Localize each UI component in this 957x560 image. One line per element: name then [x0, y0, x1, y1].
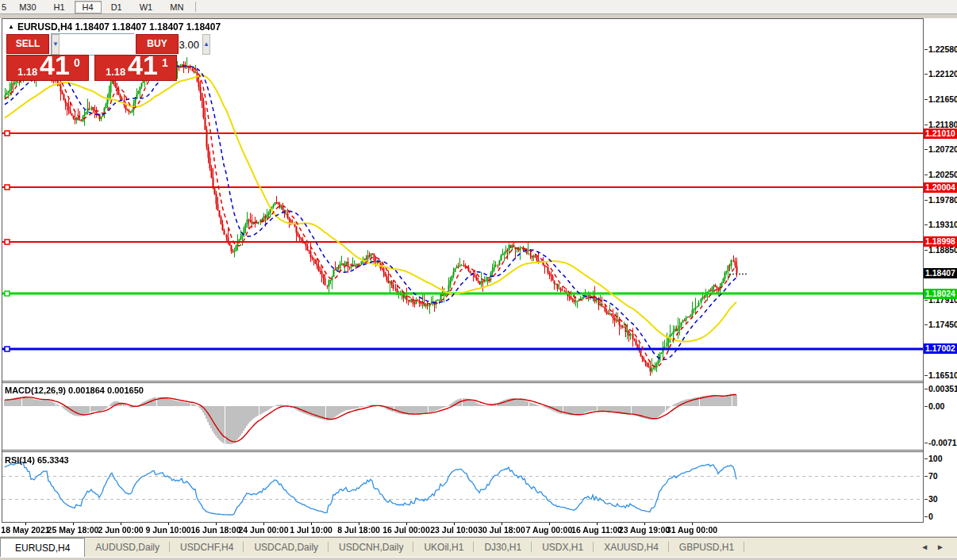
chart-tab-dj30[interactable]: DJ30,H1 [474, 538, 532, 557]
buy-price-sup: 1 [162, 56, 168, 69]
date-tick-label: 24 Jun 00:00 [238, 525, 288, 535]
chart-window [2, 18, 924, 523]
price-tick-label: 1.22120 [928, 69, 957, 79]
level-price-label: 1.18998 [924, 236, 957, 247]
price-tick-label: 1.20720 [928, 144, 957, 154]
date-tick-label: 16 Aug 11:00 [571, 525, 622, 535]
macd-axis-label: 0.003515 [928, 384, 957, 393]
date-tick-label: 31 Aug 00:00 [667, 525, 717, 535]
chart-tab-usdcnh[interactable]: USDCNH,Daily [329, 538, 413, 557]
chart-tab-usdcad[interactable]: USDCAD,Daily [244, 538, 329, 557]
chart-tab-usdchf[interactable]: USDCHF,H4 [170, 538, 244, 557]
volume-increase-button[interactable]: ▲ [202, 34, 210, 55]
date-tick-mark [502, 523, 502, 525]
rsi-axis-label: 0 [928, 512, 933, 521]
date-tick-label: 1 Jul 10:00 [290, 525, 332, 535]
rsi-axis-label: 70 [928, 471, 938, 481]
tab-scroll-right-icon[interactable]: ► [936, 543, 952, 551]
one-click-trading-panel: SELL ▼ ▲ BUY 1.18 41 0 1.18 41 1 [6, 33, 177, 81]
date-tick-label: 16 Jun 18:00 [190, 525, 240, 535]
timeframe-toolbar: 5M30H1H4D1W1MN [0, 0, 957, 14]
mt4-window: 5M30H1H4D1W1MN ▲EURUSD,H4 1.18407 1.1840… [0, 0, 957, 560]
timeframe-button-h4[interactable]: H4 [75, 1, 102, 13]
chart-tab-xauusd[interactable]: XAUUSD,H4 [594, 538, 669, 557]
date-tick-label: 25 May 18:00 [48, 525, 99, 535]
date-tick-mark [263, 523, 264, 525]
date-tick-mark [121, 523, 121, 525]
date-tick-label: 16 Jul 00:00 [382, 525, 430, 535]
level-price-label: 1.17002 [924, 343, 957, 354]
sell-price-display[interactable]: 1.18 41 0 [6, 55, 89, 81]
price-tick-label: 1.21650 [928, 94, 957, 104]
date-tick-mark [644, 523, 645, 525]
date-tick-label: 9 Jun 10:00 [145, 525, 190, 535]
date-tick-mark [73, 523, 74, 525]
date-tick-mark [216, 523, 217, 525]
timeframe-button-mn[interactable]: MN [162, 1, 191, 13]
level-price-label: 1.21010 [924, 128, 957, 139]
date-tick-label: 30 Jul 18:00 [478, 525, 525, 535]
chart-tabbar: EURUSD,H4AUDUSD,DailyUSDCHF,H4USDCAD,Dai… [0, 538, 957, 557]
timeframe-button-h1[interactable]: H1 [46, 1, 73, 13]
date-axis: 18 May 202125 May 18:002 Jun 00:009 Jun … [0, 524, 924, 536]
tab-scroll-left-icon[interactable]: ◄ [920, 543, 936, 551]
date-tick-mark [454, 523, 455, 525]
chart-tab-ukoil[interactable]: UKOil,H1 [413, 538, 474, 557]
date-tick-mark [25, 523, 26, 525]
chart-tab-usdx[interactable]: USDX,H1 [532, 538, 594, 557]
date-tick-label: 23 Aug 19:00 [619, 525, 670, 535]
tab-scroll-arrows: ◄► [920, 543, 952, 551]
date-tick-mark [692, 523, 693, 525]
timeframe-button-5[interactable]: 5 [1, 1, 10, 13]
chart-tab-gbpusd[interactable]: GBPUSD,H1 [669, 538, 744, 557]
rsi-label: RSI(14) 65.3343 [5, 455, 69, 465]
chart-title: ▲EURUSD,H4 1.18407 1.18407 1.18407 1.184… [8, 21, 221, 33]
chart-tab-audusd[interactable]: AUDUSD,Daily [85, 538, 170, 557]
statusbar-strip [0, 557, 957, 560]
buy-price-big: 41 [128, 50, 158, 81]
tab-separator [744, 542, 744, 552]
price-tick-label: 1.19310 [928, 220, 957, 229]
timeframe-button-m30[interactable]: M30 [11, 1, 44, 13]
timeframe-button-d1[interactable]: D1 [103, 1, 130, 13]
toolbar-separator [195, 2, 196, 12]
price-tick-label: 1.20250 [928, 170, 957, 179]
price-tick-label: 1.19780 [928, 195, 957, 205]
current-price-label: 1.18407 [924, 268, 957, 278]
date-tick-mark [359, 523, 359, 525]
date-tick-mark [311, 523, 312, 525]
date-tick-label: 23 Jul 10:00 [430, 525, 478, 535]
sell-price-sup: 0 [74, 56, 80, 69]
level-price-label: 1.18024 [924, 289, 957, 299]
date-tick-label: 18 May 2021 [1, 525, 49, 535]
chart-title-text: EURUSD,H4 1.18407 1.18407 1.18407 1.1840… [17, 21, 221, 33]
timeframe-button-w1[interactable]: W1 [132, 1, 161, 13]
price-tick-label: 1.17450 [928, 320, 957, 329]
rsi-axis-label: 30 [928, 494, 938, 504]
macd-axis-label: -0.007178 [928, 438, 957, 447]
date-tick-label: 7 Aug 00:00 [526, 525, 573, 535]
price-tick-label: 1.22580 [928, 44, 957, 54]
rsi-axis-label: 100 [928, 454, 943, 463]
buy-price-display[interactable]: 1.18 41 1 [94, 55, 177, 81]
rsi-indicator-canvas[interactable] [2, 452, 923, 522]
sell-price-small: 1.18 [17, 66, 37, 78]
chart-tab-eurusd[interactable]: EURUSD,H4 [0, 538, 85, 557]
date-tick-mark [549, 523, 550, 525]
level-price-label: 1.20004 [924, 182, 957, 193]
date-tick-mark [597, 523, 598, 525]
date-tick-mark [168, 523, 169, 525]
title-marker-icon: ▲ [8, 23, 14, 30]
sell-price-big: 41 [40, 50, 70, 81]
date-tick-label: 2 Jun 00:00 [98, 525, 143, 535]
macd-axis-label: 0.00 [928, 401, 944, 411]
macd-label: MACD(12,26,9) 0.001864 0.001650 [5, 385, 144, 395]
date-tick-mark [406, 523, 407, 525]
price-axis: 1.225801.221201.216501.211801.207201.202… [924, 18, 957, 536]
price-tick-label: 1.16510 [928, 370, 957, 380]
date-tick-label: 8 Jul 18:00 [337, 525, 380, 535]
buy-price-small: 1.18 [106, 66, 125, 78]
